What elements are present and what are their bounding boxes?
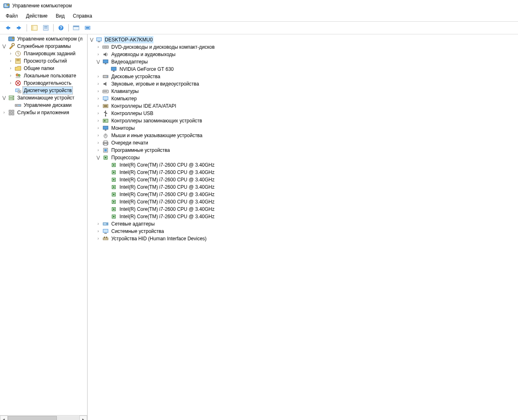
view-devices-button[interactable]: [71, 23, 81, 33]
expand-icon[interactable]: ›: [8, 51, 13, 56]
expand-icon[interactable]: ›: [2, 110, 7, 115]
users-icon: [15, 72, 21, 79]
expand-icon[interactable]: ›: [96, 126, 101, 131]
category-usb[interactable]: › Контроллеры USB: [88, 110, 518, 117]
category-software-devices[interactable]: › Программные устройства: [88, 147, 518, 154]
category-monitors[interactable]: › Мониторы: [88, 124, 518, 132]
device-root[interactable]: ⋁ DESKTOP-AK7KMU0: [88, 36, 518, 43]
device-cpu[interactable]: Intel(R) Core(TM) i7-2600 CPU @ 3.40GHz: [88, 169, 518, 176]
category-hid[interactable]: › Устройства HID (Human Interface Device…: [88, 235, 518, 242]
tree-services-apps[interactable]: › Службы и приложения: [0, 109, 87, 116]
expand-icon[interactable]: ›: [96, 229, 101, 234]
device-gpu[interactable]: NVIDIA GeForce GT 630: [88, 65, 518, 73]
tree-root[interactable]: Управление компьютером (л: [0, 35, 87, 43]
device-label: Программные устройства: [110, 147, 171, 154]
device-cpu[interactable]: Intel(R) Core(TM) i7-2600 CPU @ 3.40GHz: [88, 161, 518, 169]
category-disk-drives[interactable]: › Дисковые устройства: [88, 73, 518, 80]
help-button[interactable]: ?: [56, 23, 66, 33]
forward-button[interactable]: [14, 23, 25, 33]
expand-icon[interactable]: ›: [96, 140, 101, 145]
menu-action[interactable]: Действие: [22, 12, 52, 20]
svg-rect-94: [113, 216, 115, 217]
tree-device-manager[interactable]: Диспетчер устройств: [0, 87, 87, 94]
device-cpu[interactable]: Intel(R) Core(TM) i7-2600 CPU @ 3.40GHz: [88, 183, 518, 191]
expand-icon[interactable]: ›: [96, 96, 101, 101]
collapse-icon[interactable]: ⋁: [96, 59, 101, 64]
svg-rect-60: [104, 100, 107, 101]
svg-point-48: [105, 46, 106, 48]
menu-file[interactable]: Файл: [2, 12, 22, 20]
category-computer[interactable]: › Компьютер: [88, 95, 518, 102]
category-network[interactable]: › Сетевые адаптеры: [88, 220, 518, 228]
console-tree[interactable]: Управление компьютером (л ⋁ Служебные пр…: [0, 34, 87, 415]
menu-view[interactable]: Вид: [52, 12, 69, 20]
device-cpu[interactable]: Intel(R) Core(TM) i7-2600 CPU @ 3.40GHz: [88, 191, 518, 198]
scroll-left-button[interactable]: ◂: [0, 415, 8, 420]
category-audio[interactable]: › Аудиовходы и аудиовыходы: [88, 51, 518, 58]
svg-rect-26: [16, 61, 20, 61]
svg-rect-19: [86, 27, 89, 29]
category-system-devices[interactable]: › Системные устройства: [88, 228, 518, 235]
view-resources-button[interactable]: [82, 23, 93, 33]
tree-storage[interactable]: ⋁ Запоминающие устройст: [0, 94, 87, 102]
device-cpu[interactable]: Intel(R) Core(TM) i7-2600 CPU @ 3.40GHz: [88, 213, 518, 220]
tree-system-tools[interactable]: ⋁ Служебные программы: [0, 43, 87, 50]
scroll-track[interactable]: [8, 416, 79, 420]
left-pane-scrollbar[interactable]: ◂ ▸: [0, 415, 87, 420]
expand-icon[interactable]: ›: [96, 45, 101, 50]
category-mice[interactable]: › Мыши и иные указывающие устройства: [88, 132, 518, 139]
category-dvd[interactable]: › DVD-дисководы и дисководы компакт-диск…: [88, 43, 518, 51]
category-sound[interactable]: › Звуковые, игровые и видеоустройства: [88, 80, 518, 88]
category-video-adapters[interactable]: ⋁ Видеоадаптеры: [88, 58, 518, 65]
tree-performance[interactable]: › Производительность: [0, 79, 87, 87]
expand-icon[interactable]: ›: [8, 73, 13, 78]
collapse-icon[interactable]: ⋁: [2, 44, 7, 49]
tree-task-scheduler[interactable]: › Планировщик заданий: [0, 50, 87, 57]
expand-icon[interactable]: ›: [96, 74, 101, 79]
expand-icon[interactable]: ›: [96, 89, 101, 94]
category-print-queues[interactable]: › Очереди печати: [88, 139, 518, 147]
properties-button[interactable]: [41, 23, 51, 33]
svg-rect-8: [32, 26, 34, 30]
expand-icon[interactable]: ›: [96, 221, 101, 226]
svg-rect-88: [113, 194, 115, 195]
expand-icon[interactable]: ›: [96, 81, 101, 86]
category-keyboards[interactable]: › Клавиатуры: [88, 88, 518, 95]
expand-icon[interactable]: ›: [96, 133, 101, 138]
show-hide-tree-button[interactable]: [29, 23, 40, 33]
category-storage-controllers[interactable]: › Контроллеры запоминающих устройств: [88, 117, 518, 124]
menu-help[interactable]: Справка: [69, 12, 96, 20]
svg-rect-59: [103, 97, 108, 100]
expand-icon[interactable]: ›: [96, 111, 101, 116]
toolbar-separator: [53, 24, 54, 32]
device-cpu[interactable]: Intel(R) Core(TM) i7-2600 CPU @ 3.40GHz: [88, 205, 518, 213]
svg-rect-57: [105, 91, 106, 92]
expand-icon[interactable]: ›: [96, 52, 101, 57]
device-cpu[interactable]: Intel(R) Core(TM) i7-2600 CPU @ 3.40GHz: [88, 198, 518, 205]
collapse-icon[interactable]: ⋁: [96, 155, 101, 160]
tree-shared-folders[interactable]: › Общие папки: [0, 65, 87, 72]
scroll-right-button[interactable]: ▸: [79, 415, 87, 420]
tree-local-users[interactable]: › Локальные пользовате: [0, 72, 87, 79]
expand-icon[interactable]: ›: [96, 236, 101, 241]
expand-icon[interactable]: ›: [96, 148, 101, 153]
collapse-icon[interactable]: ⋁: [2, 95, 7, 100]
back-button[interactable]: [2, 23, 13, 33]
device-tree[interactable]: ⋁ DESKTOP-AK7KMU0 › DVD-дисководы и диск…: [88, 35, 518, 243]
tree-event-viewer[interactable]: › Просмотр событий: [0, 57, 87, 65]
computer-icon: [102, 95, 109, 102]
expand-icon[interactable]: ›: [8, 81, 13, 86]
expand-icon[interactable]: ›: [96, 118, 101, 123]
category-processors[interactable]: ⋁ Процессоры: [88, 154, 518, 161]
expand-icon[interactable]: ›: [8, 66, 13, 71]
category-ide[interactable]: › Контроллеры IDE ATA/ATAPI: [88, 102, 518, 110]
scroll-thumb[interactable]: [8, 416, 57, 420]
svg-point-36: [13, 96, 14, 97]
collapse-icon[interactable]: ⋁: [89, 37, 94, 42]
titlebar: Управление компьютером: [0, 0, 518, 11]
tree-disk-management[interactable]: Управление дисками: [0, 102, 87, 109]
device-cpu[interactable]: Intel(R) Core(TM) i7-2600 CPU @ 3.40GHz: [88, 176, 518, 183]
expand-icon[interactable]: ›: [8, 59, 13, 63]
svg-rect-99: [103, 238, 108, 240]
expand-icon[interactable]: ›: [96, 104, 101, 108]
